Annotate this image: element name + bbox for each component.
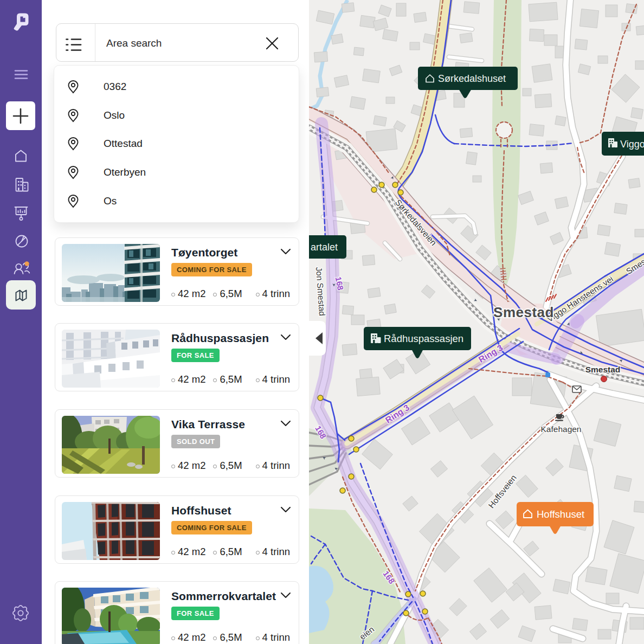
svg-text:Smestad: Smestad xyxy=(585,365,621,374)
svg-text:Smestad: Smestad xyxy=(493,304,554,320)
svg-text:Sørkedalshuset: Sørkedalshuset xyxy=(438,73,506,84)
svg-text:Viggo: Viggo xyxy=(620,139,644,150)
svg-text:artalet: artalet xyxy=(311,242,338,253)
svg-text:Rådhuspassasjen: Rådhuspassasjen xyxy=(384,333,463,344)
svg-text:Kafehagen: Kafehagen xyxy=(541,424,582,434)
svg-text:Hoffshuset: Hoffshuset xyxy=(537,508,584,520)
